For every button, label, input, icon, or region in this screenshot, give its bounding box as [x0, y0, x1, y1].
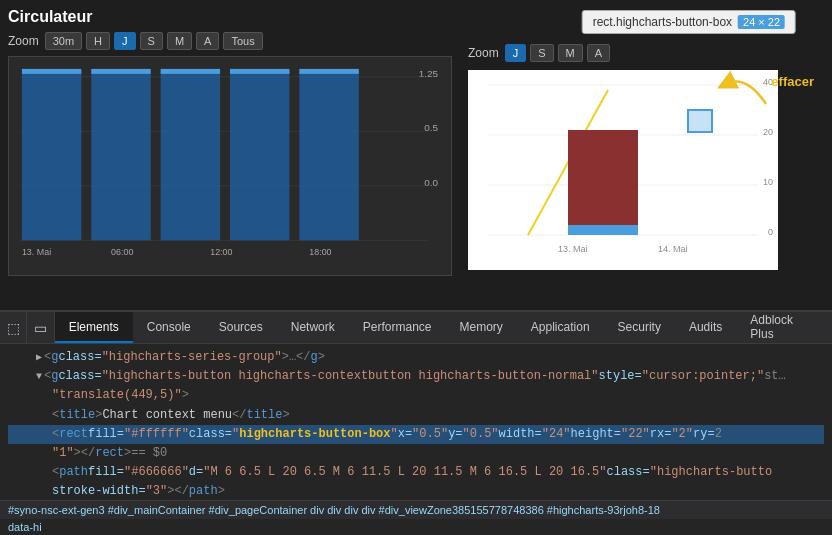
right-chart-wrapper: 40 20 10 0 13. Mai 14. Mai: [468, 66, 824, 273]
devtools-mobile-icon[interactable]: ▭: [27, 312, 54, 343]
svg-text:13. Mai: 13. Mai: [558, 244, 588, 254]
zoom-btn-Tous[interactable]: Tous: [223, 32, 262, 50]
tab-memory[interactable]: Memory: [446, 312, 517, 343]
svg-text:14. Mai: 14. Mai: [658, 244, 688, 254]
breadcrumb-item-8[interactable]: #div_viewZone385155778748386: [379, 504, 544, 516]
zoom-btn-S[interactable]: S: [140, 32, 163, 50]
zoom-btn-30m[interactable]: 30m: [45, 32, 82, 50]
svg-rect-31: [568, 130, 638, 235]
svg-rect-33: [688, 110, 712, 132]
zoom-btn-right-A[interactable]: A: [587, 44, 610, 62]
effacer-annotation: effacer: [771, 74, 814, 89]
svg-rect-32: [568, 225, 638, 235]
arrow-icon: [716, 64, 776, 114]
svg-rect-11: [299, 72, 358, 240]
zoom-btn-right-M[interactable]: M: [558, 44, 583, 62]
top-section: Circulateur Zoom 30m H J S M A Tous 1.25…: [0, 0, 832, 310]
zoom-btn-A[interactable]: A: [196, 32, 219, 50]
tab-elements[interactable]: Elements: [55, 312, 133, 343]
svg-rect-7: [22, 72, 81, 240]
breadcrumb-item-4[interactable]: div: [310, 504, 324, 516]
zoom-btn-M[interactable]: M: [167, 32, 192, 50]
svg-text:0.0: 0.0: [424, 177, 438, 188]
svg-rect-8: [91, 72, 150, 240]
svg-rect-16: [299, 69, 358, 74]
zoom-controls-left: Zoom 30m H J S M A Tous: [8, 32, 452, 50]
breadcrumb-item-3[interactable]: #div_pageContainer: [209, 504, 307, 516]
code-line-2: ▼ <g class="highcharts-button highcharts…: [8, 367, 824, 386]
breadcrumb-item-2[interactable]: #div_mainContainer: [108, 504, 206, 516]
svg-text:12:00: 12:00: [210, 247, 232, 257]
tab-security[interactable]: Security: [604, 312, 675, 343]
left-chart-area: 1.25 0.5 0.0 1: [8, 56, 452, 276]
svg-rect-14: [161, 69, 220, 74]
zoom-btn-J[interactable]: J: [114, 32, 136, 50]
svg-text:18:00: 18:00: [309, 247, 331, 257]
bottom-label: data-hi: [0, 519, 832, 535]
svg-text:0: 0: [768, 227, 773, 237]
tab-sources[interactable]: Sources: [205, 312, 277, 343]
code-line-7: <path fill="#666666" d="M 6 6.5 L 20 6.5…: [8, 463, 824, 482]
right-panel: rect.highcharts-button-box 24 × 22 Zoom …: [460, 0, 832, 310]
zoom-controls-right: Zoom J S M A: [468, 44, 824, 62]
tab-console[interactable]: Console: [133, 312, 205, 343]
collapse-triangle-1[interactable]: ▶: [36, 350, 42, 366]
svg-rect-13: [91, 69, 150, 74]
tab-audits[interactable]: Audits: [675, 312, 736, 343]
zoom-label-left: Zoom: [8, 34, 39, 48]
tab-application[interactable]: Application: [517, 312, 604, 343]
svg-text:13. Mai: 13. Mai: [22, 247, 51, 257]
svg-text:20: 20: [763, 127, 773, 137]
breadcrumb-item-7[interactable]: div: [361, 504, 375, 516]
code-line-1: ▶ <g class="highcharts-series-group" >…<…: [8, 348, 824, 367]
chart-title: Circulateur: [8, 8, 452, 26]
devtools-content: ▶ <g class="highcharts-series-group" >…<…: [0, 344, 832, 500]
collapse-triangle-2[interactable]: ▼: [36, 369, 42, 385]
devtools-cursor-icon[interactable]: ⬚: [0, 312, 27, 343]
code-line-3: "translate(449,5)">: [8, 386, 824, 405]
code-line-5-selected: <rect fill="#ffffff" class=" highcharts-…: [8, 425, 824, 444]
zoom-btn-right-J[interactable]: J: [505, 44, 527, 62]
tab-performance[interactable]: Performance: [349, 312, 446, 343]
zoom-label-right: Zoom: [468, 46, 499, 60]
tab-network[interactable]: Network: [277, 312, 349, 343]
devtools-tabs: ⬚ ▭ Elements Console Sources Network Per…: [0, 312, 832, 344]
code-line-8: stroke-width="3"></path>: [8, 482, 824, 500]
svg-text:0.5: 0.5: [424, 122, 438, 133]
left-chart-svg: 1.25 0.5 0.0 1: [9, 57, 451, 275]
breadcrumb-item-5[interactable]: div: [327, 504, 341, 516]
svg-text:10: 10: [763, 177, 773, 187]
code-line-4: <title> Chart context menu </title>: [8, 406, 824, 425]
svg-text:06:00: 06:00: [111, 247, 133, 257]
zoom-btn-H[interactable]: H: [86, 32, 110, 50]
svg-rect-12: [22, 69, 81, 74]
svg-rect-15: [230, 69, 289, 74]
code-line-6: "1"></rect> == $0: [8, 444, 824, 463]
svg-text:1.25: 1.25: [419, 68, 439, 79]
tooltip-selector: rect.highcharts-button-box: [593, 15, 732, 29]
devtools-panel: ⬚ ▭ Elements Console Sources Network Per…: [0, 310, 832, 535]
tooltip-dimensions: 24 × 22: [738, 15, 785, 29]
breadcrumb-item-6[interactable]: div: [344, 504, 358, 516]
effacer-label: effacer: [771, 74, 814, 89]
tooltip-popup: rect.highcharts-button-box 24 × 22: [582, 10, 796, 34]
breadcrumb-item-9[interactable]: #highcharts-93rjoh8-18: [547, 504, 660, 516]
zoom-btn-right-S[interactable]: S: [530, 44, 553, 62]
left-panel: Circulateur Zoom 30m H J S M A Tous 1.25…: [0, 0, 460, 310]
tab-adblock[interactable]: Adblock Plus: [736, 312, 832, 343]
svg-rect-10: [230, 72, 289, 240]
breadcrumb-item-1[interactable]: #syno-nsc-ext-gen3: [8, 504, 105, 516]
breadcrumb-bar: #syno-nsc-ext-gen3 #div_mainContainer #d…: [0, 500, 832, 519]
svg-rect-9: [161, 72, 220, 240]
